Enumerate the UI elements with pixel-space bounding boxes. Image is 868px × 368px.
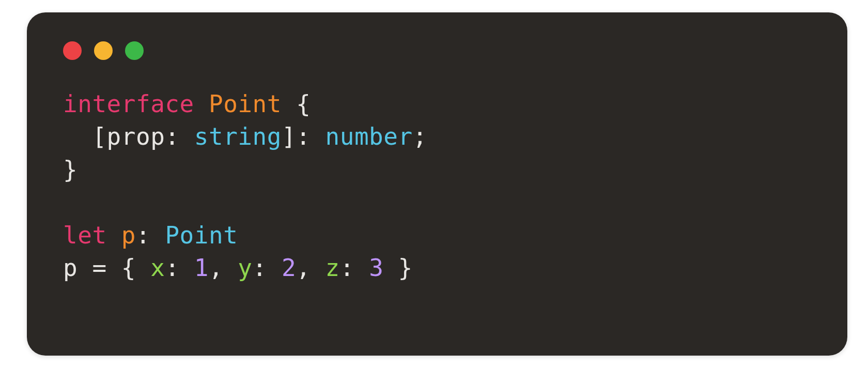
index-signature-mid: ]:: [282, 122, 326, 150]
code-block: interface Point { [prop: string]: number…: [63, 88, 811, 285]
sep: :: [165, 254, 194, 282]
num-2: 2: [282, 254, 296, 282]
num-3: 3: [369, 254, 383, 282]
prop-z: z: [326, 254, 340, 282]
keyword-let: let: [63, 221, 107, 249]
semicolon: ;: [413, 122, 427, 150]
class-name: Point: [209, 90, 282, 118]
editor-window: interface Point { [prop: string]: number…: [27, 12, 847, 356]
sep: :: [340, 254, 369, 282]
colon: :: [136, 221, 165, 249]
num-1: 1: [194, 254, 209, 282]
minimize-icon[interactable]: [94, 41, 113, 60]
index-signature-open: [prop:: [63, 122, 194, 150]
type-point: Point: [165, 221, 238, 249]
brace-open: {: [296, 90, 311, 118]
comma: ,: [296, 254, 325, 282]
sep: :: [253, 254, 282, 282]
comma: ,: [209, 254, 238, 282]
type-string: string: [194, 122, 282, 150]
window-controls: [63, 41, 811, 60]
close-icon[interactable]: [63, 41, 82, 60]
assign-close: }: [383, 254, 412, 282]
zoom-icon[interactable]: [125, 41, 144, 60]
type-number: number: [326, 122, 413, 150]
assign-lhs: p = {: [63, 254, 150, 282]
prop-x: x: [150, 254, 165, 282]
brace-close: }: [63, 156, 78, 183]
keyword-interface: interface: [63, 90, 194, 118]
prop-y: y: [238, 254, 252, 282]
variable-p: p: [121, 221, 136, 249]
